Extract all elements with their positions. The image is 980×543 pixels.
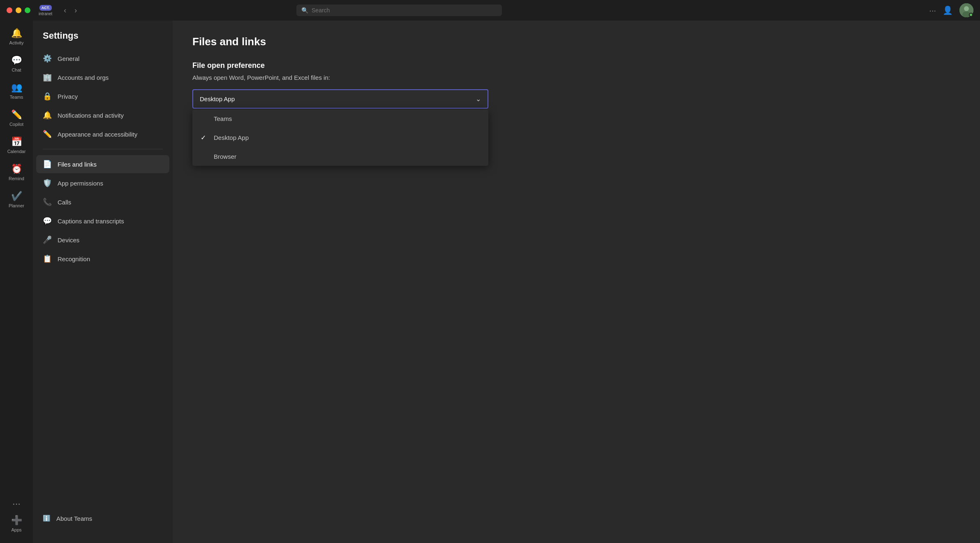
dropdown-selected[interactable]: Desktop App ⌄ bbox=[192, 89, 488, 109]
sidebar-item-planner[interactable]: ✔️ Planner bbox=[2, 187, 30, 212]
settings-item-notifications[interactable]: 🔔 Notifications and activity bbox=[36, 106, 169, 124]
main-content: Files and links File open preference Alw… bbox=[173, 21, 980, 543]
svg-point-1 bbox=[964, 6, 969, 11]
apps-label: Apps bbox=[11, 527, 21, 532]
search-input[interactable] bbox=[312, 7, 497, 14]
sidebar-item-apps[interactable]: ➕ Apps bbox=[2, 511, 30, 536]
about-label: About Teams bbox=[56, 515, 92, 522]
close-button[interactable] bbox=[7, 7, 12, 13]
activity-label: Activity bbox=[9, 40, 24, 45]
planner-icon: ✔️ bbox=[11, 191, 22, 202]
chat-label: Chat bbox=[12, 67, 21, 72]
app-logo-badge: ACT. bbox=[39, 5, 52, 11]
notifications-label: Notifications and activity bbox=[58, 112, 124, 119]
calls-label: Calls bbox=[58, 199, 71, 206]
dropdown-menu: Teams ✓ Desktop App Browser bbox=[192, 109, 488, 166]
dropdown-selected-value: Desktop App bbox=[200, 95, 235, 102]
remind-icon: ⏰ bbox=[11, 164, 22, 174]
captions-label: Captions and transcripts bbox=[58, 218, 124, 225]
people-icon[interactable]: 👤 bbox=[943, 5, 953, 15]
settings-item-calls[interactable]: 📞 Calls bbox=[36, 193, 169, 211]
copilot-icon: ✏️ bbox=[11, 109, 22, 120]
traffic-lights bbox=[7, 7, 30, 13]
appearance-label: Appearance and accessibility bbox=[58, 131, 137, 138]
settings-sidebar: Settings ⚙️ General 🏢 Accounts and orgs … bbox=[33, 21, 173, 543]
teams-label: Teams bbox=[10, 95, 23, 100]
general-icon: ⚙️ bbox=[43, 54, 52, 63]
sidebar-item-chat[interactable]: 💬 Chat bbox=[2, 51, 30, 77]
sidebar-item-remind[interactable]: ⏰ Remind bbox=[2, 160, 30, 185]
search-bar[interactable]: 🔍 bbox=[296, 5, 502, 16]
dropdown-arrow-icon: ⌄ bbox=[476, 95, 481, 103]
forward-button[interactable]: › bbox=[71, 5, 80, 16]
section-title: File open preference bbox=[192, 61, 960, 70]
maximize-button[interactable] bbox=[25, 7, 30, 13]
recognition-label: Recognition bbox=[58, 255, 90, 262]
notifications-icon: 🔔 bbox=[43, 111, 52, 120]
settings-item-privacy[interactable]: 🔒 Privacy bbox=[36, 87, 169, 105]
planner-label: Planner bbox=[9, 203, 24, 208]
more-nav-items-icon[interactable]: ··· bbox=[12, 498, 21, 509]
settings-item-captions[interactable]: 💬 Captions and transcripts bbox=[36, 212, 169, 230]
nav-arrows: ‹ › bbox=[60, 5, 80, 16]
sidebar-item-activity[interactable]: 🔔 Activity bbox=[2, 24, 30, 49]
settings-bottom: ℹ️ About Teams bbox=[33, 510, 173, 533]
accounts-icon: 🏢 bbox=[43, 73, 52, 82]
titlebar: ACT. intranet ‹ › 🔍 ··· 👤 bbox=[0, 0, 980, 21]
appearance-icon: ✏️ bbox=[43, 130, 52, 139]
devices-icon: 🎤 bbox=[43, 235, 52, 244]
settings-nav: ⚙️ General 🏢 Accounts and orgs 🔒 Privacy… bbox=[33, 49, 173, 268]
privacy-icon: 🔒 bbox=[43, 92, 52, 101]
general-label: General bbox=[58, 55, 79, 62]
activity-icon: 🔔 bbox=[11, 28, 22, 39]
dropdown-option-desktop[interactable]: ✓ Desktop App bbox=[192, 128, 488, 147]
dropdown-option-teams[interactable]: Teams bbox=[192, 109, 488, 128]
settings-title: Settings bbox=[33, 30, 173, 49]
dropdown-option-teams-label: Teams bbox=[214, 115, 232, 122]
settings-item-accounts[interactable]: 🏢 Accounts and orgs bbox=[36, 68, 169, 86]
captions-icon: 💬 bbox=[43, 216, 52, 225]
minimize-button[interactable] bbox=[16, 7, 21, 13]
dropdown-option-browser-label: Browser bbox=[214, 153, 236, 160]
calendar-icon: 📅 bbox=[11, 137, 22, 147]
settings-item-general[interactable]: ⚙️ General bbox=[36, 49, 169, 67]
teams-icon: 👥 bbox=[11, 82, 22, 93]
copilot-label: Copilot bbox=[9, 122, 23, 127]
permissions-label: App permissions bbox=[58, 180, 103, 187]
settings-item-files[interactable]: 📄 Files and links bbox=[36, 155, 169, 173]
settings-item-permissions[interactable]: 🛡️ App permissions bbox=[36, 174, 169, 192]
calls-icon: 📞 bbox=[43, 197, 52, 207]
permissions-icon: 🛡️ bbox=[43, 179, 52, 188]
avatar[interactable] bbox=[959, 3, 973, 17]
sidebar-item-teams[interactable]: 👥 Teams bbox=[2, 78, 30, 104]
files-label: Files and links bbox=[58, 161, 97, 168]
avatar-status bbox=[969, 13, 973, 17]
main-layout: 🔔 Activity 💬 Chat 👥 Teams ✏️ Copilot 📅 C… bbox=[0, 21, 980, 543]
recognition-icon: 📋 bbox=[43, 254, 52, 263]
nav-bottom: ··· ➕ Apps bbox=[2, 498, 30, 536]
org-label: intranet bbox=[39, 12, 52, 16]
settings-divider bbox=[43, 149, 163, 149]
sidebar-item-copilot[interactable]: ✏️ Copilot bbox=[2, 105, 30, 131]
privacy-label: Privacy bbox=[58, 93, 78, 100]
settings-item-appearance[interactable]: ✏️ Appearance and accessibility bbox=[36, 125, 169, 143]
icon-sidebar: 🔔 Activity 💬 Chat 👥 Teams ✏️ Copilot 📅 C… bbox=[0, 21, 33, 543]
chat-icon: 💬 bbox=[11, 55, 22, 66]
search-icon: 🔍 bbox=[301, 7, 308, 14]
accounts-label: Accounts and orgs bbox=[58, 74, 109, 81]
dropdown-container: Desktop App ⌄ Teams ✓ Desktop App Browse… bbox=[192, 89, 488, 109]
settings-item-about[interactable]: ℹ️ About Teams bbox=[36, 510, 169, 527]
sidebar-item-calendar[interactable]: 📅 Calendar bbox=[2, 132, 30, 158]
about-icon: ℹ️ bbox=[43, 515, 51, 522]
dropdown-option-browser[interactable]: Browser bbox=[192, 147, 488, 166]
more-options-button[interactable]: ··· bbox=[929, 6, 936, 15]
apps-icon: ➕ bbox=[11, 515, 22, 526]
dropdown-option-desktop-label: Desktop App bbox=[214, 134, 249, 141]
titlebar-right: ··· 👤 bbox=[929, 3, 973, 17]
settings-item-recognition[interactable]: 📋 Recognition bbox=[36, 250, 169, 268]
remind-label: Remind bbox=[9, 176, 24, 181]
back-button[interactable]: ‹ bbox=[60, 5, 69, 16]
settings-item-devices[interactable]: 🎤 Devices bbox=[36, 231, 169, 249]
desktop-check-icon: ✓ bbox=[201, 134, 209, 142]
files-icon: 📄 bbox=[43, 160, 52, 169]
